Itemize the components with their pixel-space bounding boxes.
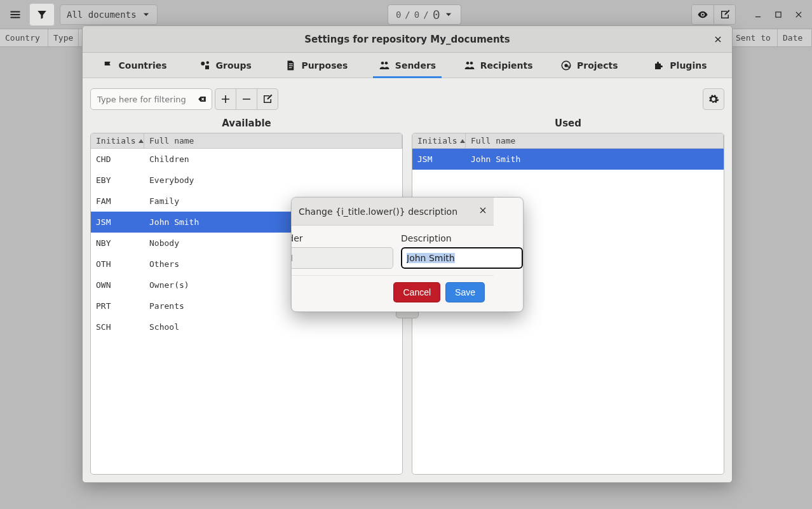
tab-groups[interactable]: Groups [180,53,271,78]
plus-icon [220,93,231,105]
cell-initials: NBY [91,238,144,248]
preview-toggle-button[interactable] [692,5,714,24]
cell-fullname: Children [144,154,402,164]
svg-rect-1 [755,16,761,17]
popup-close-button[interactable] [478,206,487,217]
popup-title: Change {i_title.lower()} description [299,207,457,217]
at-icon [560,60,572,71]
hamburger-menu-button[interactable] [4,3,27,26]
add-button[interactable] [215,88,236,110]
shapes-icon [200,60,211,71]
flag-icon [102,60,114,71]
svg-rect-4 [205,65,209,69]
chevron-down-icon [444,10,453,19]
minimize-icon [754,10,762,19]
svg-point-11 [466,62,470,65]
description-label: Description [401,233,523,243]
description-input[interactable] [401,247,523,269]
dialog-titlebar: Settings for repository My_documents [83,26,732,53]
svg-point-0 [702,13,704,15]
puzzle-icon [653,60,665,71]
remove-button[interactable] [236,88,257,110]
dialog-close-button[interactable] [710,32,726,47]
close-icon [714,35,722,44]
minus-icon [241,93,252,105]
cell-fullname: Everybody [144,175,402,185]
eye-icon [697,9,708,20]
hamburger-icon [10,9,21,20]
col-sent-to[interactable]: Sent to [731,29,778,46]
document-filter-label: All documents [67,10,137,20]
cell-initials: JSM [91,217,144,227]
svg-point-3 [201,62,205,65]
dialog-title: Settings for repository My_documents [304,34,510,45]
table-row[interactable]: JSMJohn Smith [412,149,724,170]
edit-box-icon [262,93,273,105]
svg-point-14 [564,64,567,67]
used-grid-header: Initials Full name [412,133,724,149]
chevron-down-icon [142,10,151,19]
table-row[interactable]: EBYEverybody [91,170,402,191]
settings-gear-button[interactable] [703,88,724,110]
gear-icon [708,93,719,105]
cell-initials: OTH [91,259,144,269]
window-close-button[interactable] [789,5,808,24]
sort-desc-icon [805,36,806,41]
tab-plugins[interactable]: Plugins [635,53,726,78]
counter-pill[interactable]: 0 / 0 / 0 [388,4,461,25]
col-type[interactable]: Type [48,29,79,46]
edit-description-popup: Change {i_title.lower()} description Sen… [291,197,524,312]
tab-purposes[interactable]: Purposes [271,53,362,78]
funnel-icon [36,9,48,20]
svg-point-9 [381,62,384,65]
tab-senders[interactable]: Senders [362,53,452,78]
svg-rect-8 [289,67,292,68]
cell-initials: JSM [412,154,466,164]
used-heading: Used [412,118,724,129]
filter-input[interactable] [90,88,212,110]
filter-button[interactable] [29,3,55,26]
cell-initials: FAM [91,196,144,206]
col-initials-header[interactable]: Initials [412,133,466,148]
people-recv-icon [464,60,475,71]
save-button[interactable]: Save [445,282,485,302]
svg-point-5 [206,61,209,64]
tab-countries[interactable]: Countries [89,53,180,78]
document-filter-dropdown[interactable]: All documents [60,4,158,25]
edit-toggle-button[interactable] [714,5,735,24]
available-grid-header: Initials Full name [91,133,402,149]
svg-rect-7 [289,65,293,66]
table-row[interactable]: SCHSchool [91,316,402,337]
edit-button[interactable] [257,88,278,110]
col-fullname-header[interactable]: Full name [466,133,724,148]
cell-initials: CHD [91,154,144,164]
tab-recipients[interactable]: Recipients [453,53,544,78]
svg-rect-6 [289,64,293,64]
table-row[interactable]: CHDChildren [91,149,402,170]
sort-asc-icon [139,139,144,143]
sender-input[interactable] [291,247,393,269]
col-initials-header[interactable]: Initials [91,133,144,148]
close-icon [478,206,487,215]
counter-b: 0 [414,10,419,20]
tab-projects[interactable]: Projects [544,53,635,78]
sender-label: Sender [291,233,393,243]
col-date[interactable]: Date [778,29,812,46]
col-country[interactable]: Country [0,29,48,46]
filter-clear-button[interactable] [196,93,208,105]
counter-c: 0 [433,7,440,22]
sort-asc-icon [460,139,465,143]
window-maximize-button[interactable] [769,5,788,24]
window-minimize-button[interactable] [748,5,768,24]
svg-point-12 [470,62,473,65]
svg-rect-2 [776,11,781,17]
cell-initials: OWN [91,280,144,290]
cell-initials: SCH [91,322,144,332]
cell-initials: PRT [91,301,144,311]
list-toolbar [90,88,724,110]
col-fullname-header[interactable]: Full name [144,133,402,148]
document-icon [285,60,296,71]
cancel-button[interactable]: Cancel [393,282,440,302]
svg-point-10 [385,62,388,65]
backspace-icon [198,95,206,104]
